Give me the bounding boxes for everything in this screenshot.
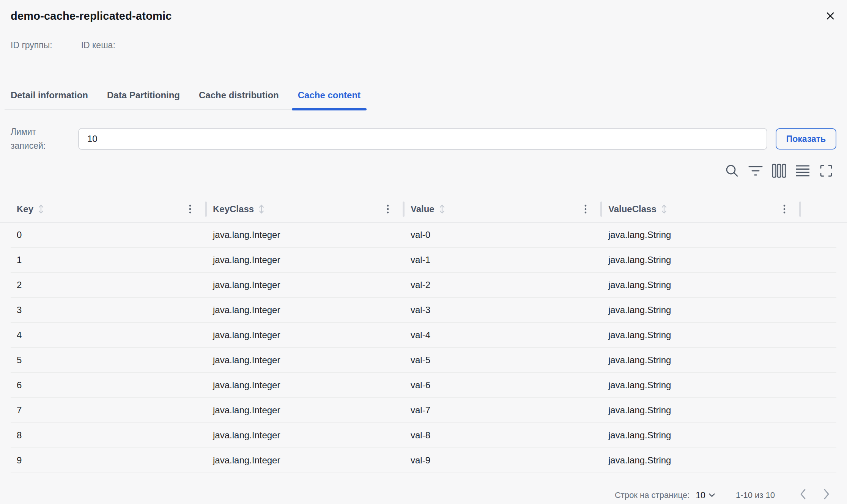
row-density-button[interactable] — [795, 164, 811, 180]
cell-value-class: java.lang.String — [602, 455, 801, 466]
table-row: 4 java.lang.Integer val-4 java.lang.Stri… — [11, 323, 836, 348]
cell-key-class: java.lang.Integer — [207, 305, 405, 315]
chevron-right-icon — [823, 488, 830, 502]
cell-value: val-0 — [405, 230, 602, 240]
tabs-row: Detail information Data Partitioning Cac… — [0, 90, 847, 110]
rows-per-page-value: 10 — [696, 490, 705, 501]
cell-key: 4 — [11, 330, 207, 340]
table-toolbar — [0, 164, 847, 180]
cell-key-class: java.lang.Integer — [207, 280, 405, 290]
cell-value-class: java.lang.String — [602, 330, 801, 340]
sort-icon[interactable] — [438, 203, 446, 215]
filter-button[interactable] — [748, 164, 764, 180]
sort-icon[interactable] — [660, 203, 668, 215]
chevron-left-icon — [800, 488, 806, 502]
cell-key-class: java.lang.Integer — [207, 380, 405, 391]
cell-value: val-7 — [405, 405, 602, 416]
previous-page-button[interactable] — [796, 488, 810, 502]
column-header-label: KeyClass — [213, 204, 254, 214]
cell-key-class: java.lang.Integer — [207, 230, 405, 240]
tab-detail-information[interactable]: Detail information — [5, 90, 94, 109]
show-button[interactable]: Показать — [776, 128, 836, 150]
cell-value: val-9 — [405, 455, 602, 466]
cell-key: 7 — [11, 405, 207, 416]
column-menu-icon[interactable] — [385, 202, 391, 216]
tab-cache-content[interactable]: Cache content — [292, 90, 367, 109]
cell-key-class: java.lang.Integer — [207, 430, 405, 441]
rows-per-page-select[interactable]: 10 — [696, 490, 715, 501]
fullscreen-button[interactable] — [818, 164, 834, 180]
column-header-valueclass[interactable]: ValueClass — [602, 196, 801, 222]
table-row: 3 java.lang.Integer val-3 java.lang.Stri… — [11, 298, 836, 323]
column-settings-icon — [771, 163, 787, 180]
table-row: 8 java.lang.Integer val-8 java.lang.Stri… — [11, 423, 836, 448]
cell-value: val-4 — [405, 330, 602, 340]
cell-key: 2 — [11, 280, 207, 290]
cell-value-class: java.lang.String — [602, 405, 801, 416]
cell-key: 9 — [11, 455, 207, 466]
table-row: 7 java.lang.Integer val-7 java.lang.Stri… — [11, 398, 836, 423]
table-row: 5 java.lang.Integer val-5 java.lang.Stri… — [11, 348, 836, 373]
cell-value-class: java.lang.String — [602, 430, 801, 441]
pagination-range: 1-10 из 10 — [736, 490, 775, 500]
column-header-value[interactable]: Value — [405, 196, 602, 222]
row-density-icon — [795, 164, 810, 179]
group-id-label: ID группы: — [11, 40, 52, 50]
cell-key: 1 — [11, 255, 207, 265]
next-page-button[interactable] — [820, 488, 833, 502]
cell-value-class: java.lang.String — [602, 305, 801, 315]
limit-label: Лимит записей: — [11, 125, 68, 153]
table-body: 0 java.lang.Integer val-0 java.lang.Stri… — [0, 223, 847, 473]
column-header-keyclass[interactable]: KeyClass — [207, 196, 405, 222]
cell-key: 0 — [11, 230, 207, 240]
column-header-label: Key — [17, 204, 33, 214]
limit-input[interactable] — [78, 128, 767, 150]
tab-data-partitioning[interactable]: Data Partitioning — [101, 90, 186, 109]
cell-key: 3 — [11, 305, 207, 315]
close-icon — [824, 10, 836, 24]
column-header-label: ValueClass — [608, 204, 657, 214]
column-menu-icon[interactable] — [187, 202, 193, 216]
search-button[interactable] — [724, 164, 740, 180]
column-header-stub — [801, 196, 836, 222]
cell-key-class: java.lang.Integer — [207, 330, 405, 340]
column-settings-button[interactable] — [771, 164, 787, 180]
table-row: 2 java.lang.Integer val-2 java.lang.Stri… — [11, 273, 836, 298]
modal-header: demo-cache-replicated-atomic — [0, 0, 847, 24]
cell-value: val-5 — [405, 355, 602, 365]
cell-value-class: java.lang.String — [602, 230, 801, 240]
cell-key: 6 — [11, 380, 207, 391]
cell-key: 5 — [11, 355, 207, 365]
close-button[interactable] — [823, 10, 837, 24]
cell-value-class: java.lang.String — [602, 380, 801, 391]
cell-value-class: java.lang.String — [602, 255, 801, 265]
fullscreen-icon — [819, 164, 833, 179]
tab-bar: Detail information Data Partitioning Cac… — [5, 90, 367, 110]
table-header: Key KeyClass Value ValueClass — [0, 196, 847, 223]
table-footer: Строк на странице: 10 1-10 из 10 — [0, 488, 847, 502]
table-row: 0 java.lang.Integer val-0 java.lang.Stri… — [11, 223, 836, 248]
cell-value-class: java.lang.String — [602, 280, 801, 290]
column-menu-icon[interactable] — [781, 202, 787, 216]
cell-key-class: java.lang.Integer — [207, 405, 405, 416]
search-icon — [724, 163, 740, 180]
cell-key-class: java.lang.Integer — [207, 355, 405, 365]
cache-content-table: Key KeyClass Value ValueClass — [0, 196, 847, 473]
table-row: 6 java.lang.Integer val-6 java.lang.Stri… — [11, 373, 836, 398]
column-menu-icon[interactable] — [583, 202, 589, 216]
cell-key-class: java.lang.Integer — [207, 255, 405, 265]
cell-value: val-2 — [405, 280, 602, 290]
cache-meta-row: ID группы: ID кеша: — [0, 40, 847, 50]
column-header-label: Value — [411, 204, 435, 214]
table-row: 9 java.lang.Integer val-9 java.lang.Stri… — [11, 448, 836, 473]
cell-key: 8 — [11, 430, 207, 441]
cell-value: val-3 — [405, 305, 602, 315]
sort-icon[interactable] — [37, 203, 45, 215]
cell-value: val-1 — [405, 255, 602, 265]
cell-key-class: java.lang.Integer — [207, 455, 405, 466]
cell-value: val-6 — [405, 380, 602, 391]
table-row: 1 java.lang.Integer val-1 java.lang.Stri… — [11, 248, 836, 273]
tab-cache-distribution[interactable]: Cache distribution — [193, 90, 285, 109]
sort-icon[interactable] — [258, 203, 265, 215]
column-header-key[interactable]: Key — [11, 196, 207, 222]
